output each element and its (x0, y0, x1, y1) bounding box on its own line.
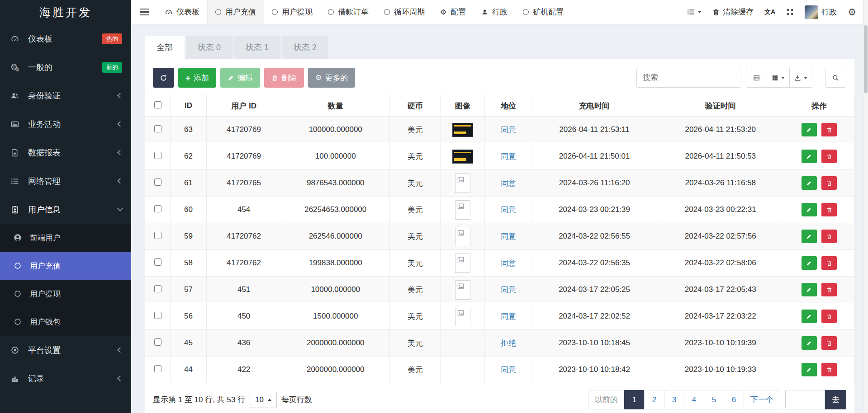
row-edit-button[interactable] (802, 283, 817, 296)
more-button[interactable]: ⚙ 更多的 (308, 68, 355, 88)
next-page-button[interactable]: 下一个 (744, 390, 780, 409)
status-link[interactable]: 同意 (501, 126, 516, 134)
proof-image[interactable] (452, 150, 473, 164)
row-edit-button[interactable] (802, 336, 817, 350)
status-link[interactable]: 同意 (501, 259, 516, 268)
row-edit-button[interactable] (802, 310, 817, 323)
row-checkbox[interactable] (154, 232, 161, 239)
vertical-scrollbar[interactable] (863, 0, 868, 413)
row-checkbox[interactable] (154, 285, 161, 292)
nav-item-config[interactable]: ⚙ 配置 (432, 0, 474, 24)
delete-button[interactable]: 删除 (264, 68, 304, 88)
goto-page-input[interactable] (785, 390, 825, 409)
col-image[interactable]: 图像 (441, 95, 485, 117)
status-link[interactable]: 拒绝 (501, 339, 516, 347)
sidebar-item-reports[interactable]: 数据报表 (0, 138, 131, 167)
search-button[interactable] (825, 68, 846, 88)
row-checkbox[interactable] (154, 258, 161, 266)
export-dropdown-button[interactable] (790, 68, 812, 88)
status-link[interactable]: 同意 (501, 366, 516, 374)
sidebar-item-user-wallet[interactable]: 用户钱包 (0, 308, 131, 336)
proof-image[interactable] (455, 227, 470, 246)
settings-gear-icon[interactable]: ⚙ (848, 7, 856, 18)
page-size-select[interactable]: 10 (250, 392, 277, 408)
row-checkbox[interactable] (154, 125, 161, 132)
row-edit-button[interactable] (802, 123, 817, 136)
search-input[interactable] (636, 68, 741, 88)
columns-dropdown-button[interactable] (767, 68, 790, 88)
status-link[interactable]: 同意 (501, 286, 516, 294)
page-button-5[interactable]: 5 (704, 390, 724, 409)
toggle-view-button[interactable] (746, 68, 767, 88)
row-edit-button[interactable] (802, 150, 817, 163)
status-link[interactable]: 同意 (501, 179, 516, 188)
proof-image[interactable] (455, 307, 470, 326)
row-checkbox[interactable] (154, 178, 161, 186)
goto-page-button[interactable]: 去 (825, 390, 846, 409)
page-button-3[interactable]: 3 (664, 390, 684, 409)
col-coin[interactable]: 硬币 (390, 95, 441, 117)
proof-image[interactable] (455, 253, 470, 273)
sidebar-item-business[interactable]: 业务活动 (0, 110, 131, 138)
add-button[interactable]: + 添加 (178, 68, 216, 88)
sidebar-toggle-icon[interactable] (131, 0, 157, 24)
page-button-4[interactable]: 4 (684, 390, 704, 409)
nav-item-cycle[interactable]: 循环周期 (376, 0, 432, 24)
row-delete-button[interactable] (821, 310, 837, 323)
user-menu[interactable]: 行政 (805, 5, 837, 19)
row-delete-button[interactable] (821, 150, 837, 163)
row-delete-button[interactable] (821, 336, 837, 350)
language-icon[interactable]: 文A (764, 8, 775, 16)
row-edit-button[interactable] (802, 203, 817, 216)
sidebar-item-dashboard[interactable]: 仪表板 热的 (0, 24, 131, 53)
row-edit-button[interactable] (802, 363, 817, 376)
col-user-id[interactable]: 用户 ID (207, 95, 281, 117)
row-delete-button[interactable] (821, 283, 837, 296)
row-checkbox[interactable] (154, 205, 161, 212)
nav-item-loan-orders[interactable]: 借款订单 (320, 0, 376, 24)
row-delete-button[interactable] (821, 203, 837, 216)
tab-status-0[interactable]: 状态 0 (186, 36, 232, 59)
prev-page-button[interactable]: 以前的 (588, 390, 625, 409)
col-actions[interactable]: 操作 (784, 95, 854, 117)
nav-item-user-withdraw[interactable]: 用户提现 (264, 0, 320, 24)
nav-item-miner-config[interactable]: 矿机配置 (515, 0, 571, 24)
row-checkbox[interactable] (154, 365, 161, 372)
sidebar-item-general[interactable]: ⚙⚙ 一般的 新的 (0, 53, 131, 81)
col-amount[interactable]: 数量 (281, 95, 390, 117)
status-link[interactable]: 同意 (501, 206, 516, 214)
nav-item-dashboard[interactable]: 仪表板 (157, 0, 207, 24)
tab-status-2[interactable]: 状态 2 (282, 36, 328, 59)
col-id[interactable]: ID (171, 95, 207, 117)
row-edit-button[interactable] (802, 176, 817, 190)
row-checkbox[interactable] (154, 152, 161, 159)
row-edit-button[interactable] (802, 230, 817, 243)
status-link[interactable]: 同意 (501, 232, 516, 241)
row-delete-button[interactable] (821, 176, 837, 190)
nav-item-admin[interactable]: 行政 (474, 0, 515, 24)
proof-image[interactable] (455, 280, 470, 300)
refresh-button[interactable] (153, 68, 174, 88)
proof-image[interactable] (455, 174, 470, 193)
page-button-2[interactable]: 2 (644, 390, 664, 409)
sidebar-item-records[interactable]: 记录 (0, 364, 131, 393)
sidebar-item-user-info[interactable]: 用户信息 (0, 195, 131, 224)
scrollbar-thumb[interactable] (864, 25, 868, 93)
row-edit-button[interactable] (802, 256, 817, 270)
page-button-6[interactable]: 6 (724, 390, 744, 409)
page-button-1[interactable]: 1 (624, 390, 645, 409)
sidebar-item-network[interactable]: 网络管理 (0, 167, 131, 195)
sidebar-item-user-withdraw[interactable]: 用户提现 (0, 280, 131, 308)
sidebar-item-user-recharge[interactable]: 用户充值 (0, 252, 131, 280)
tab-all[interactable]: 全部 (145, 36, 185, 59)
row-delete-button[interactable] (821, 256, 837, 270)
tab-status-1[interactable]: 状态 1 (234, 36, 280, 59)
sidebar-item-authentication[interactable]: 身份验证 (0, 81, 131, 110)
row-checkbox[interactable] (154, 312, 161, 319)
row-checkbox[interactable] (154, 338, 161, 346)
fullscreen-icon[interactable] (786, 8, 794, 16)
nav-item-user-recharge[interactable]: 用户充值 (207, 0, 264, 24)
row-delete-button[interactable] (821, 363, 837, 376)
col-verify-time[interactable]: 验证时间 (657, 95, 784, 117)
status-link[interactable]: 同意 (501, 312, 516, 321)
